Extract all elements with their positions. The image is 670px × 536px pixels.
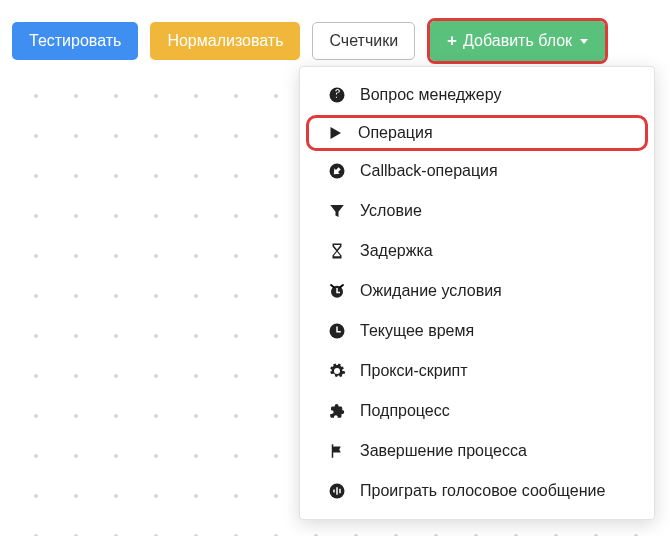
add-block-highlight: + Добавить блок [427, 18, 608, 64]
question-icon [327, 85, 347, 105]
add-block-label: Добавить блок [463, 32, 572, 50]
plus-icon: + [447, 31, 457, 51]
dropdown-item-label: Подпроцесс [360, 402, 450, 420]
puzzle-icon [327, 401, 347, 421]
dropdown-item-label: Ожидание условия [360, 282, 502, 300]
chevron-down-icon [580, 39, 588, 44]
dropdown-item-label: Завершение процесса [360, 442, 527, 460]
dropdown-item-gear[interactable]: Прокси-скрипт [304, 351, 650, 391]
dropdown-item-alarm[interactable]: Ожидание условия [304, 271, 650, 311]
dropdown-item-callback[interactable]: Callback-операция [304, 151, 650, 191]
counters-button-label: Счетчики [329, 32, 398, 50]
gear-icon [327, 361, 347, 381]
dropdown-item-puzzle[interactable]: Подпроцесс [304, 391, 650, 431]
filter-icon [327, 201, 347, 221]
dropdown-item-question[interactable]: Вопрос менеджеру [304, 75, 650, 115]
dropdown-item-voice[interactable]: Проиграть голосовое сообщение [304, 471, 650, 511]
dropdown-item-label: Задержка [360, 242, 433, 260]
dropdown-item-label: Проиграть голосовое сообщение [360, 482, 605, 500]
add-block-dropdown: Вопрос менеджеруОперацияCallback-операци… [299, 66, 655, 520]
clock-icon [327, 321, 347, 341]
voice-icon [327, 481, 347, 501]
alarm-icon [327, 281, 347, 301]
dropdown-item-label: Callback-операция [360, 162, 498, 180]
counters-button[interactable]: Счетчики [312, 22, 415, 60]
normalize-button[interactable]: Нормализовать [150, 22, 300, 60]
test-button-label: Тестировать [29, 32, 121, 50]
dropdown-item-label: Прокси-скрипт [360, 362, 468, 380]
normalize-button-label: Нормализовать [167, 32, 283, 50]
dropdown-item-filter[interactable]: Условие [304, 191, 650, 231]
add-block-button[interactable]: + Добавить блок [430, 21, 605, 61]
callback-icon [327, 161, 347, 181]
hourglass-icon [327, 241, 347, 261]
dropdown-item-hourglass[interactable]: Задержка [304, 231, 650, 271]
play-icon [325, 123, 345, 143]
dropdown-item-clock[interactable]: Текущее время [304, 311, 650, 351]
flag-icon [327, 441, 347, 461]
dropdown-item-label: Вопрос менеджеру [360, 86, 501, 104]
dropdown-item-label: Операция [358, 124, 433, 142]
dropdown-item-label: Текущее время [360, 322, 474, 340]
dropdown-item-label: Условие [360, 202, 422, 220]
test-button[interactable]: Тестировать [12, 22, 138, 60]
dropdown-item-play[interactable]: Операция [306, 115, 648, 151]
dropdown-item-flag[interactable]: Завершение процесса [304, 431, 650, 471]
